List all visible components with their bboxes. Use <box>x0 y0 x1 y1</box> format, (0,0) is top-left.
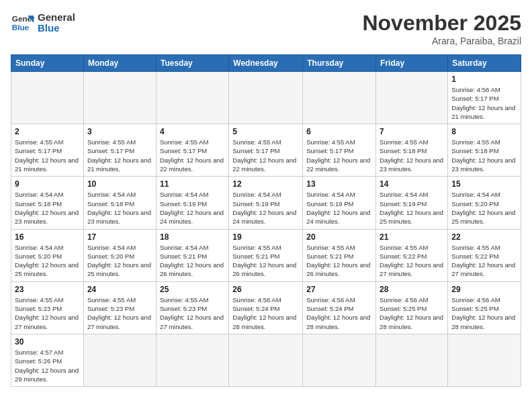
calendar-cell <box>303 72 376 124</box>
svg-text:Blue: Blue <box>12 23 30 32</box>
day-number: 4 <box>160 127 225 136</box>
day-info: Sunrise: 4:55 AM Sunset: 5:18 PM Dayligh… <box>451 138 517 173</box>
header-thursday: Thursday <box>303 55 376 72</box>
day-number: 9 <box>15 179 80 189</box>
calendar-cell <box>376 334 448 386</box>
day-info: Sunrise: 4:55 AM Sunset: 5:17 PM Dayligh… <box>306 138 372 173</box>
day-number: 21 <box>380 232 444 242</box>
day-info: Sunrise: 4:55 AM Sunset: 5:22 PM Dayligh… <box>451 243 517 279</box>
day-number: 13 <box>306 179 372 189</box>
calendar-cell: 13Sunrise: 4:54 AM Sunset: 5:19 PM Dayli… <box>303 177 376 229</box>
calendar-cell: 29Sunrise: 4:56 AM Sunset: 5:25 PM Dayli… <box>448 281 521 334</box>
calendar-cell <box>11 72 84 124</box>
day-info: Sunrise: 4:54 AM Sunset: 5:19 PM Dayligh… <box>232 190 299 226</box>
day-info: Sunrise: 4:56 AM Sunset: 5:25 PM Dayligh… <box>451 295 517 331</box>
calendar-cell: 23Sunrise: 4:55 AM Sunset: 5:23 PM Dayli… <box>11 281 84 334</box>
day-number: 17 <box>87 232 152 242</box>
calendar-cell: 24Sunrise: 4:55 AM Sunset: 5:23 PM Dayli… <box>83 281 156 334</box>
day-info: Sunrise: 4:54 AM Sunset: 5:20 PM Dayligh… <box>451 190 517 226</box>
day-number: 16 <box>15 232 80 242</box>
calendar-cell: 25Sunrise: 4:55 AM Sunset: 5:23 PM Dayli… <box>156 281 228 334</box>
day-info: Sunrise: 4:55 AM Sunset: 5:17 PM Dayligh… <box>232 138 299 173</box>
day-number: 11 <box>160 179 225 189</box>
calendar-cell <box>229 334 303 386</box>
calendar-cell <box>229 72 303 124</box>
title-block: November 2025 Arara, Paraiba, Brazil <box>362 11 521 46</box>
calendar-cell <box>156 334 228 386</box>
calendar-cell: 9Sunrise: 4:54 AM Sunset: 5:18 PM Daylig… <box>11 177 84 229</box>
calendar-cell: 12Sunrise: 4:54 AM Sunset: 5:19 PM Dayli… <box>229 177 303 229</box>
day-info: Sunrise: 4:54 AM Sunset: 5:18 PM Dayligh… <box>15 190 80 226</box>
day-info: Sunrise: 4:55 AM Sunset: 5:17 PM Dayligh… <box>15 138 80 173</box>
day-number: 30 <box>15 337 80 347</box>
day-info: Sunrise: 4:54 AM Sunset: 5:19 PM Dayligh… <box>160 190 225 226</box>
calendar-cell: 4Sunrise: 4:55 AM Sunset: 5:17 PM Daylig… <box>156 124 228 177</box>
day-number: 2 <box>15 127 80 136</box>
calendar-cell: 5Sunrise: 4:55 AM Sunset: 5:17 PM Daylig… <box>229 124 303 177</box>
day-info: Sunrise: 4:55 AM Sunset: 5:17 PM Dayligh… <box>87 138 152 173</box>
day-number: 25 <box>160 285 225 294</box>
calendar-cell: 2Sunrise: 4:55 AM Sunset: 5:17 PM Daylig… <box>11 124 84 177</box>
calendar-cell: 7Sunrise: 4:55 AM Sunset: 5:18 PM Daylig… <box>376 124 448 177</box>
day-number: 26 <box>232 285 299 294</box>
day-number: 6 <box>306 127 372 136</box>
day-info: Sunrise: 4:57 AM Sunset: 5:26 PM Dayligh… <box>15 348 80 383</box>
calendar-table: Sunday Monday Tuesday Wednesday Thursday… <box>11 54 521 387</box>
calendar-cell: 17Sunrise: 4:54 AM Sunset: 5:20 PM Dayli… <box>83 229 156 281</box>
day-number: 3 <box>87 127 152 136</box>
calendar-cell: 16Sunrise: 4:54 AM Sunset: 5:20 PM Dayli… <box>11 229 84 281</box>
calendar-cell: 21Sunrise: 4:55 AM Sunset: 5:22 PM Dayli… <box>376 229 448 281</box>
header-tuesday: Tuesday <box>156 55 228 72</box>
calendar-cell: 28Sunrise: 4:56 AM Sunset: 5:25 PM Dayli… <box>376 281 448 334</box>
day-info: Sunrise: 4:55 AM Sunset: 5:23 PM Dayligh… <box>87 295 152 331</box>
day-number: 22 <box>451 232 517 242</box>
calendar-cell: 6Sunrise: 4:55 AM Sunset: 5:17 PM Daylig… <box>303 124 376 177</box>
logo-blue: Blue <box>38 23 75 34</box>
calendar-cell: 19Sunrise: 4:55 AM Sunset: 5:21 PM Dayli… <box>229 229 303 281</box>
day-info: Sunrise: 4:54 AM Sunset: 5:19 PM Dayligh… <box>306 190 372 226</box>
day-info: Sunrise: 4:55 AM Sunset: 5:22 PM Dayligh… <box>380 243 444 279</box>
header-sunday: Sunday <box>11 55 84 72</box>
day-info: Sunrise: 4:55 AM Sunset: 5:23 PM Dayligh… <box>160 295 225 331</box>
calendar-cell: 18Sunrise: 4:54 AM Sunset: 5:21 PM Dayli… <box>156 229 228 281</box>
day-number: 24 <box>87 285 152 294</box>
header-monday: Monday <box>83 55 156 72</box>
calendar-cell: 11Sunrise: 4:54 AM Sunset: 5:19 PM Dayli… <box>156 177 228 229</box>
calendar-cell <box>376 72 448 124</box>
day-number: 19 <box>232 232 299 242</box>
header-wednesday: Wednesday <box>229 55 303 72</box>
logo: General Blue General Blue <box>11 11 75 35</box>
calendar-week-row: 23Sunrise: 4:55 AM Sunset: 5:23 PM Dayli… <box>11 281 521 334</box>
day-info: Sunrise: 4:55 AM Sunset: 5:23 PM Dayligh… <box>15 295 80 331</box>
calendar-cell: 27Sunrise: 4:56 AM Sunset: 5:24 PM Dayli… <box>303 281 376 334</box>
day-number: 28 <box>380 285 444 294</box>
calendar-week-row: 1Sunrise: 4:56 AM Sunset: 5:17 PM Daylig… <box>11 72 521 124</box>
day-number: 20 <box>306 232 372 242</box>
calendar-cell: 10Sunrise: 4:54 AM Sunset: 5:18 PM Dayli… <box>83 177 156 229</box>
calendar-cell: 30Sunrise: 4:57 AM Sunset: 5:26 PM Dayli… <box>11 334 84 386</box>
location-subtitle: Arara, Paraiba, Brazil <box>362 36 521 46</box>
calendar-cell: 15Sunrise: 4:54 AM Sunset: 5:20 PM Dayli… <box>448 177 521 229</box>
day-number: 10 <box>87 179 152 189</box>
page-header: General Blue General Blue November 2025 … <box>11 11 521 46</box>
day-number: 27 <box>306 285 372 294</box>
calendar-cell: 14Sunrise: 4:54 AM Sunset: 5:19 PM Dayli… <box>376 177 448 229</box>
day-info: Sunrise: 4:55 AM Sunset: 5:18 PM Dayligh… <box>380 138 444 173</box>
calendar-cell: 3Sunrise: 4:55 AM Sunset: 5:17 PM Daylig… <box>83 124 156 177</box>
day-info: Sunrise: 4:56 AM Sunset: 5:25 PM Dayligh… <box>380 295 444 331</box>
day-number: 7 <box>380 127 444 136</box>
calendar-cell <box>83 334 156 386</box>
day-number: 29 <box>451 285 517 294</box>
calendar-cell <box>83 72 156 124</box>
day-info: Sunrise: 4:56 AM Sunset: 5:17 PM Dayligh… <box>451 85 517 121</box>
day-info: Sunrise: 4:56 AM Sunset: 5:24 PM Dayligh… <box>306 295 372 331</box>
calendar-header-row: Sunday Monday Tuesday Wednesday Thursday… <box>11 55 521 72</box>
day-info: Sunrise: 4:54 AM Sunset: 5:20 PM Dayligh… <box>15 243 80 279</box>
day-number: 5 <box>232 127 299 136</box>
day-number: 18 <box>160 232 225 242</box>
month-title: November 2025 <box>362 11 521 36</box>
logo-icon: General Blue <box>11 11 35 35</box>
day-number: 23 <box>15 285 80 294</box>
day-number: 12 <box>232 179 299 189</box>
calendar-cell: 26Sunrise: 4:56 AM Sunset: 5:24 PM Dayli… <box>229 281 303 334</box>
